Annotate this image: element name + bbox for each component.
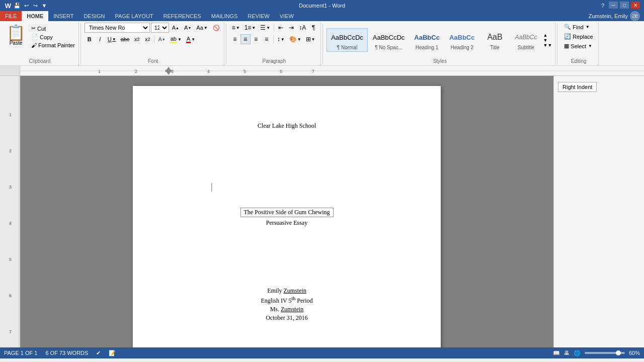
student-last-name: Zumstein <box>284 287 306 294</box>
show-hide-button[interactable]: ¶ <box>308 23 318 33</box>
editing-label: Editing <box>559 58 598 64</box>
font-group: Times New Ro 12 A▲ A▼ Aa▼ 🚫 B I U▼ abc x… <box>83 23 224 65</box>
minimize-button[interactable]: ─ <box>609 2 618 9</box>
font-divider <box>154 35 154 43</box>
strikethrough-button[interactable]: abc <box>119 34 132 44</box>
ribbon-groups: 📋 Paste ✂ Cut 📄 Copy 🖌 Format Painter <box>0 21 644 65</box>
para-divider1 <box>274 24 274 32</box>
view-read-icon[interactable]: 📖 <box>553 350 560 356</box>
style-heading1-preview: AaBbCc <box>414 30 440 45</box>
tab-view[interactable]: VIEW <box>275 11 299 21</box>
style-normal-label: ¶ Normal <box>337 45 357 50</box>
essay-title-section: The Positive Side of Gum Chewing <box>169 208 405 217</box>
tab-pagelayout[interactable]: PAGE LAYOUT <box>110 11 158 21</box>
clear-formatting-button[interactable]: 🚫 <box>211 23 222 33</box>
underline-button[interactable]: U▼ <box>106 34 118 44</box>
styles-label: Styles <box>325 58 555 64</box>
font-format-row: B I U▼ abc x2 x2 A▼ ab▼ A▼ <box>85 34 197 44</box>
maximize-button[interactable]: □ <box>620 2 629 9</box>
cut-button[interactable]: ✂ Cut <box>30 25 76 32</box>
zoom-slider[interactable] <box>585 352 625 354</box>
document-page[interactable]: | Clear Lake High School The Positive Si… <box>133 86 441 347</box>
bullets-button[interactable]: ≡▼ <box>230 23 242 33</box>
superscript-button[interactable]: x2 <box>142 34 152 44</box>
word-icon: W <box>4 2 12 10</box>
scroll-more-icon[interactable]: ▼▼ <box>543 43 552 48</box>
change-case-button[interactable]: Aa▼ <box>194 23 209 33</box>
tab-file[interactable]: FILE <box>0 11 22 21</box>
sort-button[interactable]: ↕A <box>297 23 308 33</box>
style-normal[interactable]: AaBbCcDc ¶ Normal <box>327 28 368 52</box>
replace-button[interactable]: 🔄 Replace <box>561 32 596 41</box>
words-status: 6 OF 73 WORDS <box>45 350 88 356</box>
title-bar: W 💾 ↩ ↪ ▼ Document1 - Word ? ─ □ ✕ <box>0 0 644 11</box>
numbering-button[interactable]: 1≡▼ <box>243 23 258 33</box>
close-button[interactable]: ✕ <box>631 2 640 9</box>
shading-button[interactable]: 🎨▼ <box>287 34 303 44</box>
multilevel-button[interactable]: ☰▼ <box>258 23 272 33</box>
increase-indent-button[interactable]: ⇥ <box>286 23 296 33</box>
zoom-thumb[interactable] <box>616 350 621 355</box>
paste-button[interactable]: 📋 Paste <box>3 23 29 48</box>
tab-home[interactable]: HOME <box>22 11 48 21</box>
view-web-icon[interactable]: 🌐 <box>574 350 581 356</box>
save-icon[interactable]: 💾 <box>13 2 21 10</box>
line-spacing-button[interactable]: ↕▼ <box>275 34 287 44</box>
font-size-selector[interactable]: 12 <box>151 23 169 33</box>
subscript-button[interactable]: x2 <box>132 34 142 44</box>
decrease-indent-button[interactable]: ⇤ <box>276 23 286 33</box>
font-family-row: Times New Ro 12 A▲ A▼ Aa▼ 🚫 <box>85 23 222 33</box>
ruler-area: 1 2 3 4 5 6 7 <box>0 66 644 76</box>
student-class: English IV 5th Period <box>169 296 405 305</box>
customize-icon[interactable]: ▼ <box>40 2 48 10</box>
redo-icon[interactable]: ↪ <box>31 2 39 10</box>
style-heading1[interactable]: AaBbCc Heading 1 <box>410 28 444 52</box>
styles-scroll[interactable]: ▲ ▼ ▼▼ <box>542 33 553 48</box>
tab-mailings[interactable]: MAILINGS <box>206 11 243 21</box>
paragraph-row2: ≡ ≡ ≡ ≡ ↕▼ 🎨▼ ⊞▼ <box>230 34 317 44</box>
style-subtitle[interactable]: AaBbCc Subtitle <box>511 28 542 52</box>
copy-button[interactable]: 📄 Copy <box>30 33 76 41</box>
format-painter-button[interactable]: 🖌 Format Painter <box>30 42 76 49</box>
status-right: 📖 🖶 🌐 60% <box>553 350 640 356</box>
tab-references[interactable]: REFERENCES <box>158 11 206 21</box>
quick-access-toolbar: W 💾 ↩ ↪ ▼ <box>4 2 48 10</box>
tracked-changes-icon[interactable]: 📝 <box>109 350 116 356</box>
select-button[interactable]: ▦ Select ▼ <box>561 42 595 50</box>
view-print-icon[interactable]: 🖶 <box>564 350 570 356</box>
font-family-selector[interactable]: Times New Ro <box>85 23 150 33</box>
increase-font-button[interactable]: A▲ <box>170 23 181 33</box>
divider-1 <box>80 24 81 64</box>
style-title-preview: AaB <box>485 30 506 45</box>
borders-button[interactable]: ⊞▼ <box>304 34 317 44</box>
left-sidebar: 1 2 3 4 5 6 7 <box>0 76 20 347</box>
find-button[interactable]: 🔍 Find ▼ <box>561 23 592 31</box>
align-left-button[interactable]: ≡ <box>230 34 240 44</box>
style-heading2[interactable]: AaBbCc Heading 2 <box>445 28 479 52</box>
document-area[interactable]: | Clear Lake High School The Positive Si… <box>20 76 553 347</box>
tab-design[interactable]: DESIGN <box>78 11 110 21</box>
bold-button[interactable]: B <box>85 34 95 44</box>
tab-review[interactable]: REVIEW <box>243 11 274 21</box>
align-right-button[interactable]: ≡ <box>251 34 261 44</box>
style-title[interactable]: AaB Title <box>480 28 510 52</box>
text-highlight-button[interactable]: ab▼ <box>168 34 184 44</box>
font-color-button[interactable]: A▼ <box>184 34 197 44</box>
style-nospace[interactable]: AaBbCcDc ¶ No Spac... <box>368 28 410 52</box>
decrease-font-button[interactable]: A▼ <box>182 23 193 33</box>
align-center-button[interactable]: ≡ <box>240 34 251 44</box>
cursor-indicator: | <box>211 182 213 192</box>
justify-button[interactable]: ≡ <box>262 34 272 44</box>
user-area[interactable]: Zumstein, Emily ZE <box>585 11 644 21</box>
scroll-up-icon[interactable]: ▲ <box>543 33 552 38</box>
scroll-down-icon[interactable]: ▼ <box>543 38 552 43</box>
text-effects-button[interactable]: A▼ <box>156 34 167 44</box>
help-icon[interactable]: ? <box>599 2 607 10</box>
italic-button[interactable]: I <box>95 34 105 44</box>
horizontal-ruler: 1 2 3 4 5 6 7 <box>20 66 644 76</box>
spell-check-icon[interactable]: ✔ <box>96 350 101 356</box>
copy-icon: 📄 <box>31 34 38 40</box>
tab-insert[interactable]: INSERT <box>48 11 78 21</box>
undo-icon[interactable]: ↩ <box>22 2 30 10</box>
right-indent-indicator[interactable]: Right Indent <box>558 82 597 92</box>
